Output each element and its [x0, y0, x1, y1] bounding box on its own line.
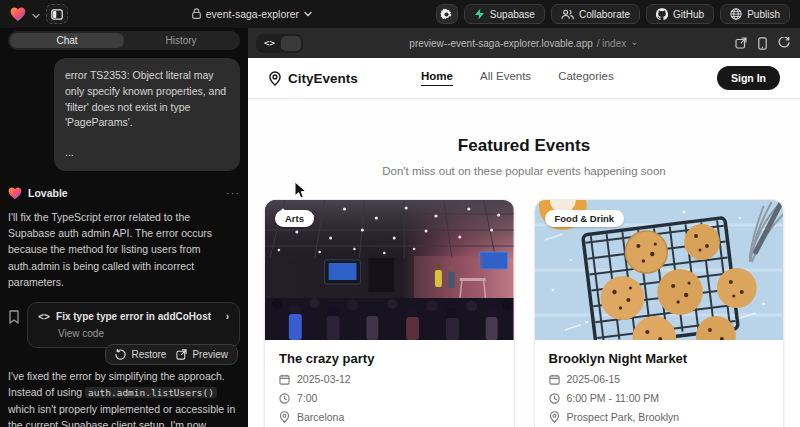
project-switcher[interactable]: event-saga-explorer	[76, 5, 428, 23]
assistant-name: Lovable	[28, 187, 220, 199]
nav-link-home[interactable]: Home	[421, 70, 453, 86]
calendar-icon	[279, 374, 290, 385]
preview-icon	[176, 349, 187, 360]
settings-button[interactable]	[436, 4, 458, 24]
category-badge: Arts	[275, 210, 314, 227]
code-change-title: Fix type type error in addCoHost	[56, 311, 211, 322]
project-name: event-saga-explorer	[206, 8, 299, 20]
user-message-text: error TS2353: Object literal may only sp…	[65, 69, 226, 128]
publish-button[interactable]: Publish	[720, 4, 790, 24]
preview-mode-segment	[281, 36, 301, 51]
github-icon	[656, 8, 668, 20]
code-icon: <>	[38, 311, 50, 322]
code-icon: <>	[258, 36, 281, 50]
lovable-avatar-icon	[8, 187, 22, 200]
github-button[interactable]: GitHub	[646, 4, 714, 24]
mobile-view-icon[interactable]	[758, 37, 767, 50]
supabase-icon	[474, 8, 485, 20]
message-ellipsis: ...	[65, 145, 229, 161]
people-icon	[561, 9, 574, 20]
assistant-message-1: I'll fix the TypeScript error related to…	[8, 209, 240, 290]
tab-chat[interactable]: Chat	[10, 33, 124, 48]
calendar-icon	[549, 374, 560, 385]
event-title: Brooklyn Night Market	[549, 351, 770, 366]
project-chevron-icon	[304, 11, 312, 17]
user-message-bubble: error TS2353: Object literal may only sp…	[54, 58, 240, 171]
event-date: 2025-06-15	[567, 373, 621, 385]
restore-icon	[115, 349, 126, 360]
hero-subtitle: Don't miss out on these popular events h…	[248, 165, 800, 177]
event-location: Barcelona	[297, 411, 344, 423]
code-change-card[interactable]: <> Fix type type error in addCoHost › Vi…	[27, 302, 240, 348]
globe-icon	[730, 8, 742, 20]
chat-messages[interactable]: error TS2353: Object literal may only sp…	[8, 50, 240, 427]
preview-header: <> preview--event-saga-explorer.lovable.…	[248, 28, 800, 58]
url-chevron-icon: ⌄	[630, 36, 638, 47]
nav-link-all-events[interactable]: All Events	[480, 70, 531, 86]
preview-site: CityEvents Home All Events Categories Si…	[248, 58, 800, 427]
supabase-button[interactable]: Supabase	[464, 4, 545, 24]
event-title: The crazy party	[279, 351, 500, 366]
event-location: Prospect Park, Brooklyn	[567, 411, 680, 423]
preview-url[interactable]: preview--event-saga-explorer.lovable.app…	[409, 38, 638, 49]
map-pin-icon	[549, 411, 560, 423]
chat-panel: Chat History error TS2353: Object litera…	[0, 28, 248, 427]
open-external-icon[interactable]	[735, 37, 747, 49]
restore-button[interactable]: Restore	[115, 349, 166, 360]
event-date: 2025-03-12	[297, 373, 351, 385]
sign-in-button[interactable]: Sign In	[717, 66, 780, 90]
clock-icon	[549, 393, 560, 404]
view-code-link[interactable]: View code	[58, 328, 229, 339]
tab-history[interactable]: History	[124, 33, 238, 48]
preview-button[interactable]: Preview	[176, 349, 228, 360]
event-card-crazy-party[interactable]: Arts The crazy party 2025-03-12 7:00 Bar…	[264, 199, 515, 427]
workspace-chevron-icon[interactable]	[32, 5, 40, 23]
event-card-night-market[interactable]: Food & Drink Brooklyn Night Market 2025-…	[534, 199, 785, 427]
chevron-right-icon: ›	[226, 311, 229, 322]
refresh-icon[interactable]	[778, 37, 790, 49]
version-actions-bar: Restore Preview	[105, 344, 238, 365]
event-time: 6:00 PM - 11:00 PM	[567, 392, 660, 404]
chat-history-tabs: Chat History	[8, 31, 240, 50]
hero-title: Featured Events	[248, 136, 800, 156]
sidebar-toggle-button[interactable]	[46, 4, 68, 24]
assistant-message-2: I've fixed the error by simplifying the …	[8, 368, 240, 427]
category-badge: Food & Drink	[545, 210, 625, 227]
map-pin-icon	[268, 71, 282, 86]
code-view-toggle[interactable]: <>	[256, 34, 303, 53]
clock-icon	[279, 393, 290, 404]
preview-panel: <> preview--event-saga-explorer.lovable.…	[248, 28, 800, 427]
gear-icon	[440, 8, 453, 21]
app-topbar: event-saga-explorer Supabase Collaborate…	[0, 0, 800, 28]
inline-code: auth.admin.listUsers()	[85, 387, 217, 398]
map-pin-icon	[279, 411, 290, 423]
collaborate-button[interactable]: Collaborate	[551, 4, 640, 24]
message-menu-icon[interactable]: ···	[226, 187, 240, 199]
assistant-header: Lovable ···	[8, 187, 240, 200]
site-navbar: CityEvents Home All Events Categories Si…	[248, 58, 800, 99]
lovable-logo-icon[interactable]	[10, 7, 26, 22]
event-time: 7:00	[297, 392, 317, 404]
lock-icon	[192, 5, 201, 23]
bookmark-icon[interactable]	[8, 310, 20, 324]
nav-link-categories[interactable]: Categories	[558, 70, 614, 86]
